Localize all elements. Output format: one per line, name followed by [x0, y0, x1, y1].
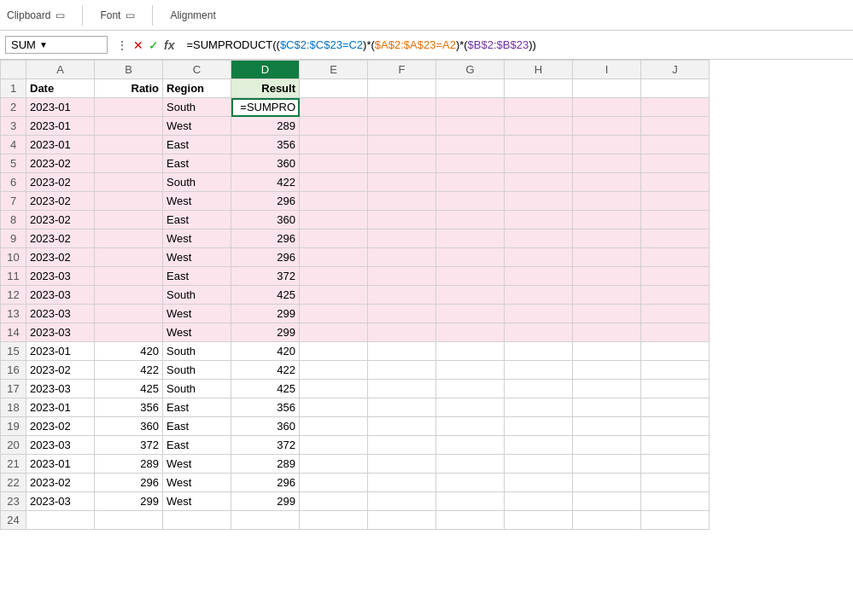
cell-result-23[interactable]: 299	[231, 492, 300, 511]
cell-ratio-10[interactable]	[95, 248, 163, 267]
cell-i-14[interactable]	[573, 323, 641, 342]
col-header-b[interactable]: B	[95, 61, 163, 79]
three-dots-icon[interactable]: ⋮	[116, 38, 128, 52]
col-header-d[interactable]: D	[231, 61, 300, 79]
cell-e-23[interactable]	[300, 492, 368, 511]
cell-i-2[interactable]	[573, 98, 641, 117]
cell-g-8[interactable]	[436, 211, 505, 230]
cell-j-3[interactable]	[641, 117, 710, 136]
cell-i-17[interactable]	[573, 380, 641, 398]
cell-f-21[interactable]	[368, 455, 436, 474]
cell-date-2[interactable]: 2023-01	[26, 98, 95, 117]
cell-ratio-18[interactable]: 356	[95, 398, 163, 417]
cell-h-23[interactable]	[505, 492, 573, 511]
cell-g-19[interactable]	[436, 417, 505, 436]
cell-ratio-12[interactable]	[95, 286, 163, 305]
cell-result-12[interactable]: 425	[231, 286, 300, 305]
cell-i-7[interactable]	[573, 192, 641, 211]
cell-i-13[interactable]	[573, 305, 641, 323]
cell-ratio-7[interactable]	[95, 192, 163, 211]
cell-result-7[interactable]: 296	[231, 192, 300, 211]
cell-j-2[interactable]	[641, 98, 710, 117]
cell-date-20[interactable]: 2023-03	[26, 436, 95, 455]
cell-f-10[interactable]	[368, 248, 436, 267]
cell-e-17[interactable]	[300, 380, 368, 398]
cell-i-3[interactable]	[573, 117, 641, 136]
cell-f-19[interactable]	[368, 417, 436, 436]
cell-e-18[interactable]	[300, 398, 368, 417]
formula-input[interactable]: =SUMPRODUCT(($C$2:$C$23=C2)*($A$2:$A$23=…	[183, 37, 848, 53]
cell-i-20[interactable]	[573, 436, 641, 455]
cell-date-7[interactable]: 2023-02	[26, 192, 95, 211]
cell-region-19[interactable]: East	[163, 417, 231, 436]
insert-function-icon[interactable]: fx	[164, 38, 174, 52]
col-header-c[interactable]: C	[163, 61, 231, 79]
cell-h-3[interactable]	[505, 117, 573, 136]
cell-date-23[interactable]: 2023-03	[26, 492, 95, 511]
cell-region-5[interactable]: East	[163, 154, 231, 173]
cell-f-8[interactable]	[368, 211, 436, 230]
cell-f-6[interactable]	[368, 173, 436, 192]
header-region[interactable]: Region	[163, 79, 231, 98]
cell-g-6[interactable]	[436, 173, 505, 192]
cell-date-6[interactable]: 2023-02	[26, 173, 95, 192]
cell-g-13[interactable]	[436, 305, 505, 323]
cell-e-15[interactable]	[300, 342, 368, 361]
cell-region-22[interactable]: West	[163, 474, 231, 492]
cell-ratio-14[interactable]	[95, 323, 163, 342]
cell-result-8[interactable]: 360	[231, 211, 300, 230]
cell-g-12[interactable]	[436, 286, 505, 305]
cell-region-20[interactable]: East	[163, 436, 231, 455]
cell-region-3[interactable]: West	[163, 117, 231, 136]
cell-ratio-2[interactable]	[95, 98, 163, 117]
cell-f-13[interactable]	[368, 305, 436, 323]
cell-h-20[interactable]	[505, 436, 573, 455]
cell-h-12[interactable]	[505, 286, 573, 305]
cell-e-12[interactable]	[300, 286, 368, 305]
cell-h-13[interactable]	[505, 305, 573, 323]
cell-h-7[interactable]	[505, 192, 573, 211]
cell-j-23[interactable]	[641, 492, 710, 511]
cell-e-22[interactable]	[300, 474, 368, 492]
cell-result-20[interactable]: 372	[231, 436, 300, 455]
cell-e-4[interactable]	[300, 136, 368, 154]
cell-region-7[interactable]: West	[163, 192, 231, 211]
cell-f-16[interactable]	[368, 361, 436, 380]
cell-i-6[interactable]	[573, 173, 641, 192]
cell-j-24[interactable]	[641, 511, 710, 530]
cell-ratio-6[interactable]	[95, 173, 163, 192]
cancel-formula-icon[interactable]: ✕	[133, 38, 143, 52]
cell-region-17[interactable]: South	[163, 380, 231, 398]
cell-g-4[interactable]	[436, 136, 505, 154]
cell-region-12[interactable]: South	[163, 286, 231, 305]
cell-g-23[interactable]	[436, 492, 505, 511]
cell-result-21[interactable]: 289	[231, 455, 300, 474]
cell-result-11[interactable]: 372	[231, 267, 300, 286]
cell-e-11[interactable]	[300, 267, 368, 286]
cell-e-13[interactable]	[300, 305, 368, 323]
cell-h-18[interactable]	[505, 398, 573, 417]
cell-result-18[interactable]: 356	[231, 398, 300, 417]
cell-date-22[interactable]: 2023-02	[26, 474, 95, 492]
cell-region-16[interactable]: South	[163, 361, 231, 380]
cell-f-14[interactable]	[368, 323, 436, 342]
cell-j-6[interactable]	[641, 173, 710, 192]
cell-ratio-19[interactable]: 360	[95, 417, 163, 436]
cell-j-9[interactable]	[641, 230, 710, 248]
cell-i-21[interactable]	[573, 455, 641, 474]
col-header-j[interactable]: J	[641, 61, 710, 79]
cell-e-7[interactable]	[300, 192, 368, 211]
cell-e-5[interactable]	[300, 154, 368, 173]
cell-result-22[interactable]: 296	[231, 474, 300, 492]
cell-h-14[interactable]	[505, 323, 573, 342]
cell-h-15[interactable]	[505, 342, 573, 361]
col-header-f[interactable]: F	[368, 61, 436, 79]
cell-j-20[interactable]	[641, 436, 710, 455]
cell-j-5[interactable]	[641, 154, 710, 173]
cell-date-12[interactable]: 2023-03	[26, 286, 95, 305]
cell-d-24[interactable]	[231, 511, 300, 530]
cell-region-13[interactable]: West	[163, 305, 231, 323]
cell-i-8[interactable]	[573, 211, 641, 230]
cell-i-5[interactable]	[573, 154, 641, 173]
cell-j-13[interactable]	[641, 305, 710, 323]
